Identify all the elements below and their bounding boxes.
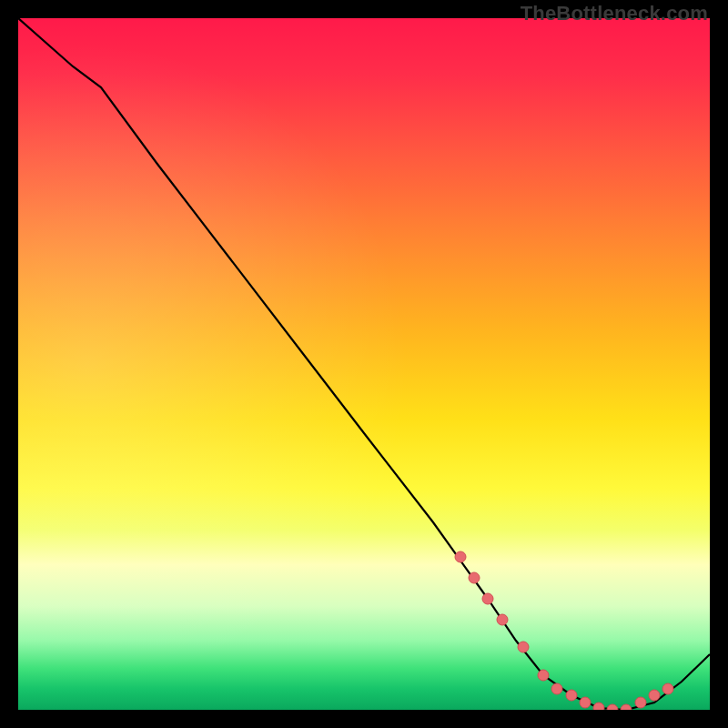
marker-dot xyxy=(469,572,480,583)
marker-dot xyxy=(566,690,577,701)
marker-dot xyxy=(518,642,529,652)
watermark-text: TheBottleneck.com xyxy=(521,2,708,25)
marker-dot xyxy=(580,697,591,708)
marker-dot xyxy=(455,551,466,562)
marker-dot xyxy=(482,593,493,604)
marker-dot xyxy=(497,614,508,625)
marker-dot xyxy=(635,697,646,708)
marker-dot xyxy=(551,683,562,694)
bottleneck-curve xyxy=(18,18,710,710)
marker-group xyxy=(455,551,673,710)
curve-layer xyxy=(18,18,710,710)
marker-dot xyxy=(593,703,604,710)
marker-dot xyxy=(538,670,549,681)
marker-dot xyxy=(649,690,660,701)
marker-dot xyxy=(621,704,632,710)
marker-dot xyxy=(607,704,618,710)
chart-frame: TheBottleneck.com xyxy=(0,0,728,728)
marker-dot xyxy=(662,683,673,694)
plot-area xyxy=(18,18,710,710)
